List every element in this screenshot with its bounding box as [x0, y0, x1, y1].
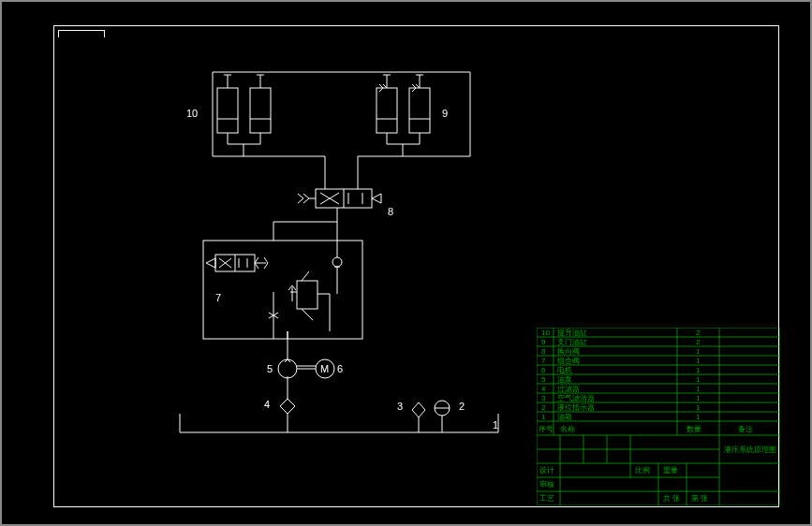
- svg-text:油泵: 油泵: [557, 375, 572, 384]
- svg-text:过滤器: 过滤器: [557, 385, 580, 393]
- label-10: 10: [186, 108, 198, 119]
- label-5: 5: [267, 363, 273, 374]
- svg-text:1: 1: [696, 394, 701, 402]
- svg-text:1: 1: [696, 347, 701, 356]
- filter: [280, 399, 295, 414]
- svg-text:9: 9: [541, 338, 546, 346]
- svg-text:1: 1: [696, 357, 701, 365]
- svg-text:6: 6: [541, 366, 546, 374]
- label-9: 9: [442, 108, 448, 119]
- svg-text:提升油缸: 提升油缸: [557, 329, 587, 337]
- svg-text:1: 1: [696, 385, 701, 393]
- svg-rect-38: [376, 88, 397, 133]
- svg-text:重量: 重量: [663, 466, 678, 475]
- combined-valve-block: [203, 241, 362, 339]
- bom-table: 10提升油缸2 9支门油缸2 8换向阀1 7组合阀1 6电机1 5油泵1 4过滤…: [537, 328, 780, 435]
- svg-text:2: 2: [696, 338, 701, 346]
- svg-text:换向阀: 换向阀: [557, 347, 580, 356]
- title-block: 10提升油缸2 9支门油缸2 8换向阀1 7组合阀1 6电机1 5油泵1 4过滤…: [537, 328, 780, 505]
- solenoid-arrow: [206, 258, 215, 268]
- solenoid-right: [372, 194, 381, 203]
- titleblock-grid: 设计 审核 工艺 比例 重量 共 张 第 张 液压系统原理图: [537, 435, 780, 505]
- spring-left: [298, 194, 316, 203]
- label-6: 6: [337, 363, 343, 374]
- svg-text:审核: 审核: [539, 480, 554, 489]
- svg-text:1: 1: [696, 403, 701, 412]
- svg-text:比例: 比例: [635, 466, 650, 475]
- svg-text:2: 2: [696, 329, 701, 337]
- svg-text:电机: 电机: [557, 366, 572, 374]
- label-4: 4: [264, 399, 270, 410]
- svg-text:工艺: 工艺: [539, 494, 554, 503]
- spring-symbol: [255, 257, 268, 269]
- svg-text:液位指示器: 液位指示器: [557, 403, 595, 412]
- svg-text:4: 4: [541, 385, 546, 393]
- label-8: 8: [388, 206, 393, 217]
- lift-cylinder-right: [250, 75, 271, 133]
- svg-text:空气滤清器: 空气滤清器: [557, 394, 595, 402]
- svg-text:8: 8: [541, 347, 546, 356]
- door-cylinder-left: [376, 75, 397, 133]
- svg-text:3: 3: [541, 394, 546, 402]
- svg-text:1: 1: [696, 375, 701, 384]
- air-filter: [412, 402, 425, 417]
- svg-text:共 张: 共 张: [663, 494, 680, 503]
- svg-text:10: 10: [541, 329, 550, 337]
- svg-text:1: 1: [541, 413, 546, 421]
- svg-text:设计: 设计: [539, 466, 554, 475]
- svg-text:支门油缸: 支门油缸: [557, 338, 587, 346]
- svg-rect-30: [250, 88, 271, 133]
- bom-header-seq: 序号: [539, 425, 554, 433]
- svg-text:5: 5: [541, 375, 546, 384]
- door-cylinder-right: [409, 75, 430, 133]
- label-1: 1: [493, 419, 498, 431]
- bom-header-qty: 数量: [687, 425, 701, 433]
- svg-text:1: 1: [696, 413, 701, 421]
- svg-rect-26: [217, 88, 238, 133]
- svg-text:组合阀: 组合阀: [557, 357, 580, 365]
- bom-header-remark: 备注: [738, 425, 753, 433]
- label-7: 7: [215, 292, 221, 303]
- lift-cylinder-left: [217, 75, 238, 133]
- svg-text:2: 2: [541, 403, 546, 412]
- drawing-title: 液压系统原理图: [724, 446, 776, 454]
- pump: [278, 359, 297, 378]
- label-2: 2: [459, 401, 465, 412]
- svg-rect-42: [409, 88, 430, 133]
- cad-viewport[interactable]: M: [0, 0, 812, 526]
- svg-text:7: 7: [541, 357, 546, 365]
- check-valve: [332, 257, 342, 267]
- bom-header-name: 名称: [560, 425, 575, 433]
- relief-valve: [297, 281, 317, 309]
- motor-symbol-text: M: [320, 363, 329, 374]
- svg-text:油箱: 油箱: [557, 413, 572, 421]
- svg-text:第 张: 第 张: [691, 494, 708, 503]
- label-3: 3: [397, 401, 403, 412]
- svg-text:1: 1: [696, 366, 701, 374]
